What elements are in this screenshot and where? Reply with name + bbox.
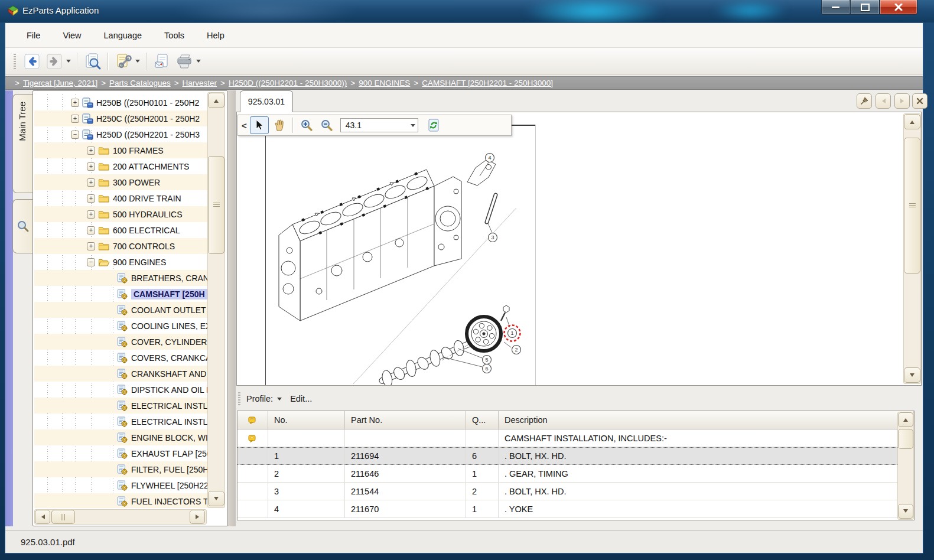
zoom-in-button[interactable]: [297, 116, 316, 134]
tree-item[interactable]: FUEL INJECTORS TIE: [34, 493, 209, 508]
send-document-button[interactable]: [151, 51, 173, 72]
table-row-selected[interactable]: 12116946. BOLT, HX. HD.: [237, 447, 914, 465]
tree-item[interactable]: EXHAUST FLAP [250H: [34, 445, 209, 461]
tree-item[interactable]: +300 POWER: [34, 174, 209, 190]
breadcrumb-link[interactable]: Parts Catalogues: [109, 79, 171, 87]
tree-item[interactable]: +400 DRIVE TRAIN: [34, 190, 209, 206]
refresh-button[interactable]: [424, 116, 443, 134]
menu-help[interactable]: Help: [200, 28, 232, 43]
tree-scroll-right-button[interactable]: [190, 510, 205, 524]
menu-language[interactable]: Language: [97, 28, 149, 43]
search-preview-button[interactable]: [82, 51, 103, 72]
table-row[interactable]: 42116701. YOKE: [237, 500, 914, 518]
tree-item[interactable]: +700 CONTROLS: [34, 238, 209, 254]
tree-scroll-left-button[interactable]: [35, 510, 50, 524]
breadcrumb-link[interactable]: Tigercat [June, 2021]: [23, 79, 97, 87]
tree-item[interactable]: ELECTRICAL INSTL.,: [34, 414, 209, 429]
tree-item[interactable]: +200 ATTACHMENTS: [34, 158, 209, 174]
tree-vertical-scrollbar[interactable]: [207, 92, 225, 508]
panel-splitter[interactable]: [228, 90, 236, 526]
collapse-icon[interactable]: −: [71, 131, 79, 139]
back-history-dropdown-icon[interactable]: [66, 60, 71, 65]
tree-scroll-up-button[interactable]: [208, 93, 224, 108]
tree-hscrollbar-thumb[interactable]: [51, 510, 75, 524]
tree-item[interactable]: COOLING LINES, EXH: [34, 318, 209, 334]
viewer-scroll-down-button[interactable]: [904, 367, 920, 383]
expand-icon[interactable]: +: [87, 210, 95, 219]
tree-item[interactable]: DIPSTICK AND OIL FI: [34, 382, 209, 398]
sidebar-tab-search[interactable]: [12, 199, 33, 253]
tree-item[interactable]: −H250D ((250H2201 - 250H3: [34, 126, 209, 142]
tree-item[interactable]: +H250C ((250H2001 - 250H2: [34, 110, 209, 126]
close-tab-button[interactable]: [912, 93, 928, 109]
expand-icon[interactable]: +: [87, 178, 95, 187]
table-scroll-down-button[interactable]: [898, 504, 913, 519]
pin-button[interactable]: [857, 93, 872, 109]
tree-item[interactable]: ELECTRICAL INSTL.,: [34, 398, 209, 414]
previous-page-button[interactable]: [876, 93, 891, 109]
column-header-note[interactable]: [237, 411, 268, 429]
tree-item[interactable]: FILTER, FUEL [250H2: [34, 461, 209, 477]
expand-icon[interactable]: +: [87, 226, 95, 235]
collapse-toolbar-button[interactable]: <: [242, 121, 247, 131]
table-row[interactable]: CAMSHAFT INSTALLATION, INCLUDES:-: [237, 429, 914, 447]
breadcrumb-link[interactable]: CAMSHAFT [250H2201 - 250H3000]: [422, 79, 553, 87]
column-header[interactable]: Q...: [466, 411, 499, 429]
tree-item[interactable]: FLYWHEEL [250H220: [34, 477, 209, 493]
column-header[interactable]: No.: [268, 411, 345, 429]
zoom-level-combobox[interactable]: 43.1: [340, 118, 418, 132]
table-row[interactable]: 22116461. GEAR, TIMING: [237, 465, 914, 483]
breadcrumb-link[interactable]: H250D ((250H2201 - 250H3000)): [229, 79, 347, 87]
tree-scrollbar-thumb[interactable]: [208, 156, 224, 254]
minimize-button[interactable]: [821, 0, 850, 15]
expand-icon[interactable]: +: [71, 115, 79, 123]
tree-scroll-down-button[interactable]: [208, 491, 224, 506]
table-scrollbar-thumb[interactable]: [898, 429, 913, 449]
tree-item[interactable]: ENGINE BLOCK, WITH: [34, 429, 209, 445]
link-tools-dropdown-icon[interactable]: [135, 60, 140, 65]
expand-icon[interactable]: +: [87, 194, 95, 203]
column-header[interactable]: Description: [499, 411, 914, 429]
tree-item[interactable]: COVERS, CRANKCAS: [34, 350, 209, 366]
expand-icon[interactable]: +: [71, 99, 79, 107]
menu-view[interactable]: View: [56, 28, 88, 43]
tree-item[interactable]: CAMSHAFT [250H: [34, 286, 209, 302]
print-dropdown-icon[interactable]: [196, 60, 201, 65]
viewer-scrollbar-thumb[interactable]: [904, 138, 920, 274]
viewer-scroll-up-button[interactable]: [904, 114, 920, 129]
sidebar-tab-main-tree[interactable]: Main Tree: [12, 94, 33, 193]
tree-item[interactable]: +600 ELECTRICAL: [34, 222, 209, 238]
tree-item[interactable]: +100 FRAMES: [34, 142, 209, 158]
table-row[interactable]: 32115442. BOLT, HX. HD.: [237, 483, 914, 500]
table-scroll-up-button[interactable]: [898, 412, 913, 427]
profile-dropdown-icon[interactable]: [277, 398, 282, 403]
document-tab[interactable]: 925.03.01: [240, 90, 293, 112]
tree-item[interactable]: COVER, CYLINDER HE: [34, 334, 209, 350]
breadcrumb-link[interactable]: 900 ENGINES: [359, 79, 410, 87]
pan-tool-button[interactable]: [270, 116, 289, 134]
link-tools-button[interactable]: [113, 51, 134, 72]
maximize-button[interactable]: [850, 0, 880, 15]
tree-item[interactable]: BREATHERS, CRANKC: [34, 270, 209, 286]
menu-file[interactable]: File: [19, 28, 47, 43]
breadcrumb-link[interactable]: Harvester: [183, 79, 217, 87]
select-tool-button[interactable]: [250, 116, 269, 134]
expand-icon[interactable]: +: [87, 146, 95, 155]
expand-icon[interactable]: +: [87, 162, 95, 171]
back-button[interactable]: [21, 51, 43, 72]
expand-icon[interactable]: +: [87, 242, 95, 250]
tree-item[interactable]: CRANKSHAFT AND PI: [34, 366, 209, 382]
tree-item[interactable]: −900 ENGINES: [34, 254, 209, 270]
tree-item[interactable]: COOLANT OUTLET [2: [34, 302, 209, 318]
zoom-out-button[interactable]: [317, 116, 336, 134]
collapse-icon[interactable]: −: [87, 258, 95, 266]
edit-profile-button[interactable]: Edit...: [290, 394, 312, 403]
close-button[interactable]: [880, 0, 917, 15]
column-header[interactable]: Part No.: [345, 411, 466, 429]
forward-button[interactable]: [44, 51, 65, 72]
next-page-button[interactable]: [894, 93, 910, 109]
tree-item[interactable]: +H250B ((250H0101 - 250H2: [34, 95, 209, 110]
print-button[interactable]: [174, 51, 195, 72]
tree-item[interactable]: +500 HYDRAULICS: [34, 206, 209, 222]
menu-tools[interactable]: Tools: [157, 28, 191, 43]
